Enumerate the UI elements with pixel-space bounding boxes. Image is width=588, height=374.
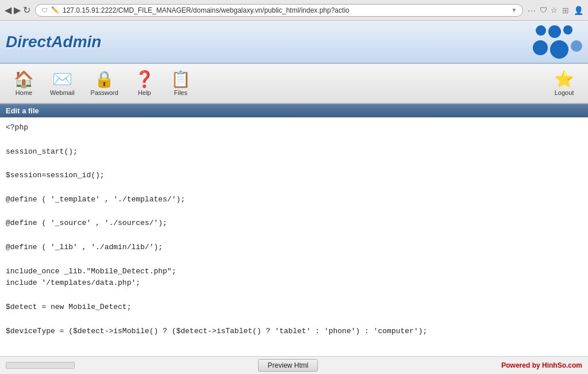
files-icon: 📋 [171, 71, 191, 87]
home-icon: 🏠 [14, 71, 34, 87]
forward-icon[interactable]: ▶ [14, 5, 21, 16]
nav-item-password[interactable]: 🔒 Password [83, 68, 126, 100]
shield-icon[interactable]: 🛡 [540, 6, 547, 14]
nav-item-help[interactable]: ❓ Help [126, 68, 163, 100]
more-icon[interactable]: ··· [528, 6, 536, 15]
browser-nav-icons: ◀ ▶ ↻ [5, 5, 30, 16]
bottom-bar: Preview Html Powered by HinhSo.com [0, 356, 588, 373]
security-icon: 🛡 [41, 7, 48, 14]
dropdown-icon: ▼ [511, 7, 517, 13]
nav-label-files: Files [174, 89, 187, 96]
panel-title: Edit a file [6, 106, 39, 115]
browser-actions: ··· 🛡 ☆ [528, 6, 558, 15]
refresh-icon[interactable]: ↻ [23, 5, 30, 16]
tabs-icon[interactable]: ⊞ [562, 6, 569, 15]
main-content: Edit a file <?php session_start(); $sess… [0, 104, 588, 374]
bookmark-icon[interactable]: ☆ [551, 6, 558, 14]
url-bar[interactable]: 🛡 ✏️ 127.0.15.91:2222/CMD_FILE_MANAGER/d… [35, 4, 523, 17]
browser-right-icons: ⊞ 👤 [562, 6, 583, 15]
nav-label-home: Home [16, 89, 32, 96]
nav-label-webmail: Webmail [50, 89, 75, 96]
code-textarea[interactable]: <?php session_start(); $session=session_… [0, 117, 588, 356]
da-bubbles [526, 25, 582, 59]
nav-item-webmail[interactable]: ✉️ Webmail [42, 68, 83, 100]
url-text: 127.0.15.91:2222/CMD_FILE_MANAGER/domain… [63, 6, 508, 14]
nav-item-files[interactable]: 📋 Files [163, 68, 199, 100]
preview-html-button[interactable]: Preview Html [258, 359, 318, 372]
edit-icon: ✏️ [51, 6, 59, 14]
mail-icon: ✉️ [52, 71, 72, 87]
back-icon[interactable]: ◀ [5, 5, 11, 16]
help-icon: ❓ [134, 71, 155, 87]
logout-icon: ⭐ [554, 71, 574, 87]
nav-item-logout[interactable]: ⭐ Logout [546, 68, 582, 100]
horizontal-scrollbar[interactable] [6, 362, 75, 369]
nav-label-help: Help [138, 89, 151, 96]
lock-icon: 🔒 [94, 71, 114, 87]
code-editor-area[interactable]: <?php session_start(); $session=session_… [0, 117, 588, 356]
da-header: DirectAdmin [0, 21, 588, 64]
profile-icon[interactable]: 👤 [574, 6, 583, 15]
nav-bar: 🏠 Home ✉️ Webmail 🔒 Password ❓ Help 📋 Fi… [0, 64, 588, 104]
da-logo: DirectAdmin [6, 33, 101, 51]
nav-label-password: Password [91, 89, 118, 96]
nav-label-logout: Logout [555, 89, 574, 96]
browser-bar: ◀ ▶ ↻ 🛡 ✏️ 127.0.15.91:2222/CMD_FILE_MAN… [0, 0, 588, 21]
panel-header: Edit a file [0, 104, 588, 117]
powered-by-text: Powered by HinhSo.com [501, 361, 582, 369]
nav-item-home[interactable]: 🏠 Home [6, 68, 42, 100]
